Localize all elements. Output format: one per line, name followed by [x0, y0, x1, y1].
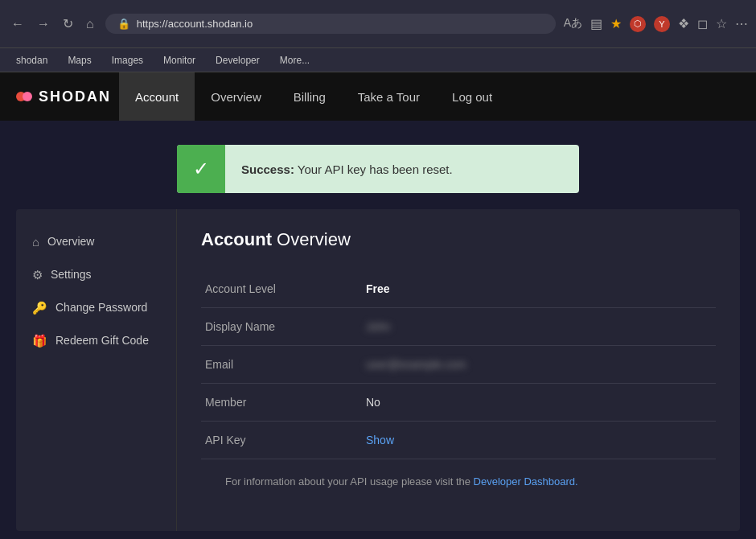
value-display-name: John	[362, 308, 716, 346]
translate-icon[interactable]: Aあ	[564, 16, 582, 32]
info-table: Account Level Free Display Name John Ema…	[201, 270, 716, 459]
overview-title-bold: Account	[201, 229, 272, 249]
nav-billing[interactable]: Billing	[277, 72, 342, 121]
sidebar-label-change-password: Change Password	[55, 300, 147, 316]
label-api-key: API Key	[201, 422, 362, 459]
logo-text: SHODAN	[39, 88, 111, 105]
profile-icon[interactable]: Y	[654, 16, 670, 32]
success-text: Success: Your API key has been reset.	[225, 150, 469, 188]
extensions-icon[interactable]: ❖	[678, 16, 689, 32]
main-content: ✓ Success: Your API key has been reset. …	[0, 121, 756, 539]
table-row-api-key: API Key Show	[201, 422, 716, 459]
sidebar-item-overview[interactable]: ⌂ Overview	[24, 225, 168, 258]
label-account-level: Account Level	[201, 270, 362, 308]
label-email: Email	[201, 346, 362, 384]
sidebar-label-overview: Overview	[47, 234, 94, 250]
bookmark-shodan[interactable]: shodan	[8, 52, 55, 68]
key-icon: 🔑	[32, 299, 47, 316]
footer-note: For information about your API usage ple…	[201, 459, 716, 504]
table-row-display-name: Display Name John	[201, 308, 716, 346]
top-nav: SHODAN Account Overview Billing Take a T…	[0, 72, 756, 121]
bookmark-images[interactable]: Images	[104, 52, 151, 68]
sidebar-item-change-password[interactable]: 🔑 Change Password	[24, 291, 168, 324]
success-check-icon: ✓	[177, 145, 225, 193]
value-member: No	[362, 384, 716, 422]
value-account-level: Free	[362, 270, 716, 308]
browser-icons: Aあ ▤ ★ ⬡ Y ❖ ◻ ☆ ⋯	[564, 16, 748, 32]
nav-back-icon[interactable]: ←	[8, 14, 27, 35]
value-api-key: Show	[362, 422, 716, 459]
bookmark-maps[interactable]: Maps	[60, 52, 99, 68]
nav-refresh-icon[interactable]: ↻	[60, 13, 76, 35]
bookmark-monitor[interactable]: Monitor	[155, 52, 203, 68]
overview-title: Account Overview	[201, 229, 716, 250]
extension-icon[interactable]: ⬡	[630, 16, 646, 32]
bookmark-developer[interactable]: Developer	[207, 52, 268, 68]
address-bar[interactable]: 🔒 https://account.shodan.io	[105, 14, 556, 34]
label-display-name: Display Name	[201, 308, 362, 346]
logo-circles	[16, 92, 32, 101]
table-row-account-level: Account Level Free	[201, 270, 716, 308]
more-icon[interactable]: ⋯	[735, 16, 748, 32]
label-member: Member	[201, 384, 362, 422]
read-icon[interactable]: ▤	[590, 16, 602, 32]
nav-logout[interactable]: Log out	[436, 72, 508, 121]
browser-chrome: ← → ↻ ⌂ 🔒 https://account.shodan.io Aあ ▤…	[0, 0, 756, 48]
gift-icon: 🎁	[32, 332, 47, 349]
bookmark-star-icon[interactable]: ★	[610, 16, 622, 32]
url-text: https://account.shodan.io	[137, 18, 253, 30]
sidebar-item-redeem-gift[interactable]: 🎁 Redeem Gift Code	[24, 324, 168, 357]
show-api-key-link[interactable]: Show	[366, 434, 394, 446]
browser-nav: ← → ↻ ⌂	[8, 13, 97, 35]
logo-circle-pink	[23, 92, 32, 101]
sidebar-label-settings: Settings	[51, 267, 92, 283]
blurred-email: user@example.com	[366, 358, 466, 371]
nav-overview[interactable]: Overview	[195, 72, 277, 121]
favorites-icon[interactable]: ☆	[716, 16, 727, 32]
bookmark-bar: shodan Maps Images Monitor Developer Mor…	[0, 48, 756, 72]
success-label: Success:	[241, 163, 294, 176]
nav-account[interactable]: Account	[119, 72, 195, 121]
developer-dashboard-link[interactable]: Developer Dashboard.	[474, 475, 578, 488]
sidebar-icon[interactable]: ◻	[697, 16, 708, 32]
gear-icon: ⚙	[32, 266, 43, 283]
footer-text: For information about your API usage ple…	[225, 475, 474, 488]
logo-area: SHODAN	[16, 88, 111, 105]
overview-title-rest: Overview	[272, 229, 351, 249]
blurred-display-name: John	[366, 320, 390, 333]
table-row-email: Email user@example.com	[201, 346, 716, 384]
success-message: Your API key has been reset.	[298, 163, 453, 176]
table-row-member: Member No	[201, 384, 716, 422]
success-banner: ✓ Success: Your API key has been reset.	[177, 145, 579, 193]
sidebar-label-redeem-gift: Redeem Gift Code	[55, 333, 149, 349]
value-email: user@example.com	[362, 346, 716, 384]
sidebar: ⌂ Overview ⚙ Settings 🔑 Change Password …	[16, 209, 177, 531]
home-icon: ⌂	[32, 233, 39, 250]
nav-home-icon[interactable]: ⌂	[83, 14, 97, 35]
overview-area: Account Overview Account Level Free Disp…	[177, 209, 740, 531]
lock-icon: 🔒	[117, 18, 130, 30]
bookmark-more[interactable]: More...	[272, 52, 318, 68]
sidebar-item-settings[interactable]: ⚙ Settings	[24, 258, 168, 291]
nav-forward-icon[interactable]: →	[34, 14, 53, 35]
content-panel: ⌂ Overview ⚙ Settings 🔑 Change Password …	[16, 209, 740, 531]
nav-tour[interactable]: Take a Tour	[342, 72, 436, 121]
